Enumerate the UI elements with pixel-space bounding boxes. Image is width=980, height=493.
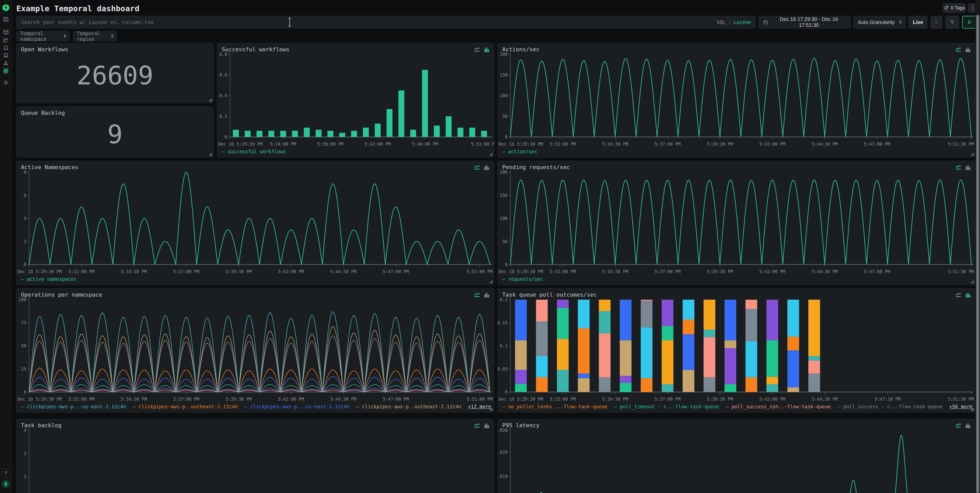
chart-legend: — active namespaces xyxy=(21,276,76,282)
resize-handle[interactable] xyxy=(490,153,492,155)
panel-actions-per-sec: Actions/sec 200150100500Dec 16 5:29:30 P… xyxy=(497,43,976,158)
bar-chart-toggle-icon[interactable] xyxy=(965,292,971,298)
resize-handle[interactable] xyxy=(209,153,212,155)
svg-text:2: 2 xyxy=(24,239,26,244)
svg-text:5:47:00 PM: 5:47:00 PM xyxy=(864,141,890,147)
panel-title: Pending requests/sec xyxy=(502,164,570,170)
legend-item: — clickpipes-aws-p..-us-east-1.12c4n xyxy=(245,404,350,409)
legend-item: — poll_timeout · c..-flow-task-queue xyxy=(614,404,719,409)
svg-text:0.1: 0.1 xyxy=(500,343,508,349)
svg-text:5:32:00 PM: 5:32:00 PM xyxy=(68,269,94,274)
resize-handle[interactable] xyxy=(971,153,974,155)
panel-title: Successful workflows xyxy=(222,46,290,52)
svg-text:5:42:00 PM: 5:42:00 PM xyxy=(759,269,785,274)
filter-button[interactable] xyxy=(945,16,959,29)
query-language-toggle[interactable]: SQL | Lucene xyxy=(717,16,751,28)
svg-text:6: 6 xyxy=(24,193,26,198)
sidebar: ? D xyxy=(0,0,12,493)
chevron-updown-icon xyxy=(64,35,66,38)
svg-text:0: 0 xyxy=(224,135,227,139)
toggle-divider: | xyxy=(728,19,731,25)
bar-chart-toggle-icon[interactable] xyxy=(965,422,971,429)
legend-item: — clickpipes-aws-p..outheast-2.12c4n xyxy=(356,404,461,409)
sessions-laptop-icon[interactable] xyxy=(3,52,9,59)
area-chart-toggle-icon[interactable] xyxy=(474,292,480,298)
svg-text:5:47:00 PM: 5:47:00 PM xyxy=(383,396,409,402)
table-explorer-icon[interactable] xyxy=(3,29,9,35)
svg-text:5:32:00 PM: 5:32:00 PM xyxy=(550,141,576,147)
refresh-button[interactable] xyxy=(931,16,942,29)
legend-item: — requests/sec xyxy=(502,276,543,282)
svg-text:5:39:30 PM: 5:39:30 PM xyxy=(707,396,733,402)
live-button[interactable]: Live xyxy=(908,16,928,29)
chart-legend: — action/sec xyxy=(502,149,537,154)
resize-handle[interactable] xyxy=(209,99,212,101)
stat-value: 26609 xyxy=(16,60,213,90)
svg-text:8: 8 xyxy=(24,170,26,175)
svg-text:5:44:30 PM: 5:44:30 PM xyxy=(330,269,356,274)
tags-button[interactable]: 0 Tags xyxy=(943,3,966,13)
panel-title: Task backlog xyxy=(21,422,62,428)
resize-handle[interactable] xyxy=(971,281,974,283)
granularity-select[interactable]: Auto Granularity xyxy=(853,16,906,29)
legend-more-link[interactable]: +56 more xyxy=(949,404,973,409)
run-query-button[interactable] xyxy=(962,16,977,29)
legend-more-link[interactable]: +12 more xyxy=(468,404,491,409)
svg-text:5:51:30 PM: 5:51:30 PM xyxy=(948,396,974,402)
area-chart-toggle-icon[interactable] xyxy=(474,46,480,53)
bar-chart-toggle-icon[interactable] xyxy=(484,46,490,53)
svg-text:5:51:30 PM: 5:51:30 PM xyxy=(948,141,974,147)
sql-toggle-label[interactable]: SQL xyxy=(717,19,725,25)
filter-chip-temporal-namespace[interactable]: Temporal namespace xyxy=(16,31,69,41)
svg-text:0.038: 0.038 xyxy=(498,428,508,433)
resize-handle[interactable] xyxy=(490,281,492,283)
service-map-icon[interactable] xyxy=(3,60,9,66)
area-chart-toggle-icon[interactable] xyxy=(955,46,962,53)
bar-chart-toggle-icon[interactable] xyxy=(965,46,971,53)
chart-explorer-icon[interactable] xyxy=(3,37,9,43)
svg-text:0.15: 0.15 xyxy=(498,320,508,325)
bar-chart-toggle-icon[interactable] xyxy=(484,422,490,429)
svg-text:5:47:00 PM: 5:47:00 PM xyxy=(864,269,890,274)
dashboards-icon[interactable] xyxy=(3,68,9,74)
area-chart-toggle-icon[interactable] xyxy=(955,292,962,298)
help-button[interactable]: ? xyxy=(2,469,10,477)
svg-text:5:44:30 PM: 5:44:30 PM xyxy=(811,269,838,274)
bar-chart-toggle-icon[interactable] xyxy=(484,292,490,298)
svg-text:Dec 16 5:29:30 PM: Dec 16 5:29:30 PM xyxy=(218,141,262,147)
bar-chart-toggle-icon[interactable] xyxy=(484,164,490,171)
search-bar: SQL | Lucene xyxy=(16,16,756,29)
lucene-toggle-label[interactable]: Lucene xyxy=(733,19,751,25)
panel-p95-latency: P95 latency 0.0380.0290.0190.0100 xyxy=(497,419,976,493)
page-scrollbar xyxy=(975,0,980,493)
chip-label: Temporal namespace xyxy=(20,31,64,42)
granularity-label: Auto Granularity xyxy=(858,19,895,25)
svg-text:5K: 5K xyxy=(503,239,508,244)
collapse-sidebar-icon[interactable] xyxy=(3,16,9,22)
filter-chip-temporal-region[interactable]: Temporal region xyxy=(73,31,117,41)
svg-text:25: 25 xyxy=(21,366,26,372)
area-chart-toggle-icon[interactable] xyxy=(955,422,962,429)
panel-task-queue-poll-outcomes: Task queue poll outcomes/sec 0.20.150.10… xyxy=(497,288,976,413)
app-logo-icon[interactable] xyxy=(2,3,10,12)
svg-text:5:47:00 PM: 5:47:00 PM xyxy=(383,269,409,274)
legend-item: — active namespaces xyxy=(21,276,76,282)
search-input[interactable] xyxy=(17,16,755,28)
svg-text:0.019: 0.019 xyxy=(498,474,508,479)
area-chart-toggle-icon[interactable] xyxy=(955,164,962,171)
svg-text:100: 100 xyxy=(500,93,508,98)
svg-text:5:42:00 PM: 5:42:00 PM xyxy=(365,141,391,147)
settings-gear-icon[interactable] xyxy=(3,79,9,86)
date-range-button[interactable]: Dec 16 17:29:30 - Dec 16 17:51:30 xyxy=(759,16,851,29)
svg-text:15K: 15K xyxy=(500,193,508,198)
bar-chart-toggle-icon[interactable] xyxy=(965,164,971,171)
stat-value: 9 xyxy=(16,119,213,149)
area-chart-toggle-icon[interactable] xyxy=(474,422,480,429)
user-avatar[interactable]: D xyxy=(2,480,10,488)
alerts-bell-icon[interactable] xyxy=(3,44,9,51)
svg-text:10K: 10K xyxy=(500,216,508,221)
svg-text:50: 50 xyxy=(21,343,26,349)
scrollbar-thumb[interactable] xyxy=(976,15,979,493)
area-chart-toggle-icon[interactable] xyxy=(474,164,480,171)
svg-text:5:34:30 PM: 5:34:30 PM xyxy=(121,269,147,274)
